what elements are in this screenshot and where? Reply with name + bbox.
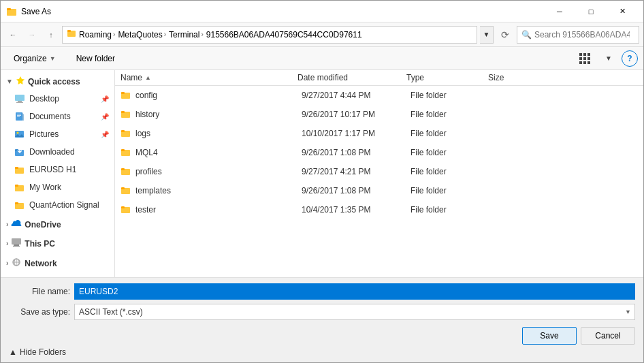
search-input[interactable] — [534, 30, 630, 40]
file-name-label: File name: — [9, 287, 70, 296]
help-button[interactable]: ? — [622, 50, 638, 67]
address-path[interactable]: Roaming › MetaQuotes › Terminal › 915566… — [62, 26, 477, 44]
save-type-select[interactable]: ASCII Text (*.csv) — [74, 304, 635, 320]
table-row[interactable]: templates 9/26/2017 1:08 PM File folder — [115, 181, 643, 200]
dialog-icon — [6, 6, 17, 17]
file-date: 9/26/2017 10:17 PM — [302, 110, 410, 119]
table-row[interactable]: profiles 9/27/2017 4:21 PM File folder — [115, 162, 643, 181]
sidebar-item-downloaded[interactable]: Downloaded — [1, 143, 114, 161]
file-name: config — [135, 91, 302, 100]
minimize-button[interactable]: ─ — [544, 1, 575, 22]
toolbar-right: ▼ ? — [575, 50, 638, 67]
folder-icon — [120, 128, 131, 139]
sidebar-item-documents[interactable]: Documents 📌 — [1, 108, 114, 125]
dialog-title: Save As — [21, 7, 544, 16]
svg-rect-4 — [579, 53, 582, 56]
organize-button[interactable]: Organize ▼ — [6, 50, 63, 67]
sidebar-item-desktop[interactable]: Desktop 📌 — [1, 90, 114, 108]
save-button[interactable]: Save — [522, 327, 577, 345]
quantaction-folder-icon — [14, 200, 25, 210]
col-size-header[interactable]: Size — [488, 73, 543, 82]
svg-rect-1 — [7, 8, 11, 10]
file-name: templates — [135, 186, 302, 195]
file-type: File folder — [410, 205, 492, 215]
file-type: File folder — [410, 129, 492, 138]
view-dropdown-button[interactable]: ▼ — [598, 50, 619, 67]
mywork-folder-icon — [14, 182, 25, 193]
sidebar-item-eurusd[interactable]: EURUSD H1 — [1, 161, 114, 178]
sidebar-header-network[interactable]: › Network — [1, 255, 114, 272]
file-type: File folder — [410, 186, 492, 195]
hide-folders-button[interactable]: ▲ Hide Folders — [9, 347, 66, 357]
file-list-header: Name ▲ Date modified Type Size — [115, 70, 643, 86]
svg-rect-5 — [583, 53, 586, 56]
network-chevron: › — [6, 259, 8, 267]
svg-rect-39 — [121, 92, 125, 94]
sidebar-section-network: › Network — [1, 255, 114, 272]
file-type: File folder — [410, 167, 492, 176]
onedrive-icon — [11, 219, 22, 230]
svg-rect-10 — [579, 61, 582, 64]
table-row[interactable]: history 9/26/2017 10:17 PM File folder — [115, 105, 643, 124]
path-segment-roaming: Roaming › — [79, 30, 115, 40]
file-name: MQL4 — [135, 148, 302, 157]
save-type-row: Save as type: ASCII Text (*.csv) — [9, 304, 635, 320]
file-date: 9/26/2017 1:08 PM — [302, 186, 410, 195]
file-name-input[interactable] — [74, 283, 635, 300]
new-folder-button[interactable]: New folder — [69, 50, 123, 67]
desktop-icon — [14, 93, 25, 104]
svg-rect-20 — [17, 116, 20, 117]
sidebar-item-mywork[interactable]: My Work — [1, 178, 114, 196]
file-date: 10/4/2017 1:35 PM — [302, 205, 410, 215]
col-type-header[interactable]: Type — [406, 73, 488, 82]
table-row[interactable]: tester 10/4/2017 1:35 PM File folder — [115, 200, 643, 219]
save-type-label: Save as type: — [9, 307, 70, 317]
refresh-button[interactable]: ⟳ — [496, 26, 514, 44]
address-bar: ← → ↑ Roaming › MetaQuotes › Terminal › — [1, 22, 643, 47]
table-row[interactable]: MQL4 9/26/2017 1:08 PM File folder — [115, 143, 643, 162]
address-dropdown[interactable]: ▼ — [480, 26, 494, 44]
sidebar-header-this-pc[interactable]: › This PC — [1, 235, 114, 252]
sidebar-item-pictures[interactable]: Pictures 📌 — [1, 125, 114, 143]
sidebar-item-quantaction[interactable]: QuantAction Signal — [1, 196, 114, 214]
col-date-header[interactable]: Date modified — [297, 73, 406, 82]
file-list: Name ▲ Date modified Type Size — [115, 70, 643, 277]
svg-rect-30 — [15, 202, 18, 204]
folder-icon — [120, 90, 131, 101]
folder-icon — [120, 147, 131, 158]
svg-rect-51 — [121, 206, 125, 208]
svg-rect-45 — [121, 149, 125, 151]
col-name-header[interactable]: Name ▲ — [120, 73, 297, 82]
pictures-icon — [14, 129, 25, 140]
table-row[interactable]: logs 10/10/2017 1:17 PM File folder — [115, 124, 643, 143]
forward-button[interactable]: → — [24, 27, 40, 43]
bottom-footer: ▲ Hide Folders — [9, 345, 635, 357]
svg-rect-43 — [121, 130, 125, 132]
sidebar-header-onedrive[interactable]: › OneDrive — [1, 217, 114, 232]
maximize-button[interactable]: □ — [575, 1, 607, 22]
svg-rect-47 — [121, 168, 125, 170]
network-icon — [11, 257, 22, 269]
file-name: tester — [135, 205, 302, 215]
svg-marker-13 — [16, 76, 25, 84]
toolbar: Organize ▼ New folder ▼ ? — [1, 47, 643, 70]
file-date: 10/10/2017 1:17 PM — [302, 129, 410, 138]
close-button[interactable]: ✕ — [607, 1, 638, 22]
pc-icon — [11, 238, 22, 249]
file-name: history — [135, 110, 302, 119]
folder-icon — [120, 204, 131, 215]
back-button[interactable]: ← — [5, 27, 21, 43]
sidebar-header-quick-access[interactable]: ▼ Quick access — [1, 73, 114, 90]
svg-rect-9 — [587, 57, 590, 60]
view-button[interactable] — [575, 50, 596, 67]
table-row[interactable]: config 9/27/2017 4:44 PM File folder — [115, 86, 643, 105]
search-box[interactable]: 🔍 — [517, 26, 639, 44]
svg-rect-6 — [587, 53, 590, 56]
up-button[interactable]: ↑ — [43, 27, 59, 43]
chevron-icon: ▼ — [6, 78, 13, 85]
downloaded-icon — [14, 146, 25, 157]
cancel-button[interactable]: Cancel — [581, 327, 635, 345]
folder-icon — [120, 166, 131, 177]
svg-rect-11 — [583, 61, 586, 64]
svg-rect-33 — [13, 246, 20, 247]
